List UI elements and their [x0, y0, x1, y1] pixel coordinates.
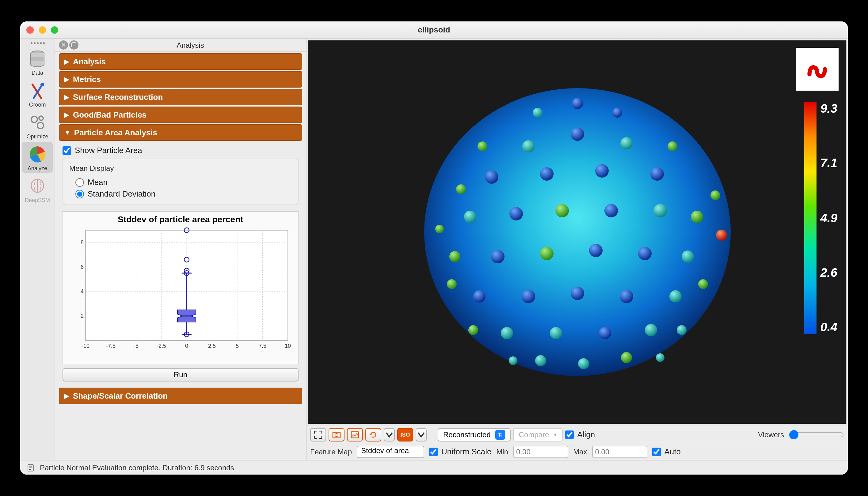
section-particle-area-analysis[interactable]: ▼Particle Area Analysis: [59, 124, 302, 141]
section-label: Particle Area Analysis: [74, 128, 157, 137]
svg-point-50: [540, 167, 553, 181]
svg-point-88: [468, 325, 478, 335]
svg-point-69: [619, 290, 633, 303]
rail-data[interactable]: Data: [22, 47, 53, 77]
view-mode-select[interactable]: Reconstructed ⇅: [438, 428, 511, 441]
svg-point-67: [521, 290, 535, 303]
cb-label: 9.3: [820, 102, 837, 116]
window-title: ellipsoid: [418, 25, 450, 34]
section-surface-reconstruction[interactable]: ▶Surface Reconstruction: [59, 89, 302, 105]
svg-point-47: [522, 140, 534, 153]
panel-body: ▶Analysis ▶Metrics ▶Surface Reconstructi…: [55, 52, 306, 460]
run-button[interactable]: Run: [62, 368, 299, 382]
section-label: Metrics: [73, 75, 101, 84]
svg-point-75: [535, 355, 546, 366]
svg-point-90: [508, 356, 517, 365]
chevron-right-icon: ▶: [64, 392, 69, 399]
rail-label: Optimize: [26, 134, 48, 140]
viewers-slider[interactable]: [789, 430, 844, 439]
min-input[interactable]: [513, 446, 568, 458]
gears-icon: [28, 113, 47, 132]
dropdown-button-2[interactable]: [416, 428, 426, 441]
chevron-right-icon: ▶: [64, 94, 69, 100]
panel-header: ✕ ❐ Analysis: [55, 38, 306, 52]
svg-point-54: [509, 207, 523, 220]
max-input[interactable]: [592, 446, 647, 458]
checkbox-label: Auto: [664, 447, 681, 456]
brain-icon: [28, 176, 47, 196]
checkbox-input[interactable]: [652, 447, 660, 456]
svg-point-78: [572, 98, 583, 109]
app-window: ellipsoid Data Groom Optimize: [20, 21, 848, 475]
screenshot-button[interactable]: [329, 428, 344, 441]
rail-deepssm[interactable]: DeepSSM: [22, 174, 53, 204]
zoom-icon[interactable]: [51, 26, 58, 33]
minimize-icon[interactable]: [39, 26, 46, 33]
detach-panel-icon[interactable]: ❐: [69, 41, 78, 50]
svg-text:-2.5: -2.5: [156, 343, 166, 349]
rail-label: Data: [32, 70, 43, 76]
dropdown-button-1[interactable]: [384, 428, 395, 441]
svg-point-81: [667, 141, 677, 151]
svg-point-6: [39, 116, 43, 120]
section-metrics[interactable]: ▶Metrics: [59, 71, 302, 88]
iso-button[interactable]: ISO: [397, 428, 413, 441]
align-checkbox[interactable]: Align: [565, 430, 595, 439]
svg-text:6: 6: [80, 264, 84, 270]
radio-label: Mean: [88, 177, 108, 187]
image-button[interactable]: [347, 428, 363, 441]
svg-point-85: [456, 184, 466, 194]
checkbox-label: Align: [577, 430, 595, 439]
render-canvas[interactable]: 9.3 7.1 4.9 2.6 0.4: [308, 40, 847, 424]
svg-point-77: [620, 352, 632, 363]
section-label: Surface Reconstruction: [73, 92, 163, 102]
radio-input[interactable]: [75, 178, 84, 186]
checkbox-input[interactable]: [565, 430, 573, 439]
checkbox-input[interactable]: [62, 146, 71, 155]
feature-map-select[interactable]: Stddev of area: [357, 446, 424, 458]
svg-point-51: [595, 164, 609, 177]
titlebar: ellipsoid: [20, 21, 848, 38]
checkbox-input[interactable]: [429, 447, 438, 456]
chevron-right-icon: ▶: [64, 76, 69, 83]
auto-checkbox[interactable]: Auto: [652, 447, 681, 456]
section-label: Analysis: [73, 57, 106, 66]
chart-title: Stddev of particle area percent: [63, 212, 298, 224]
feature-map-label: Feature Map: [310, 447, 352, 456]
show-particle-area-checkbox[interactable]: Show Particle Area: [62, 146, 299, 155]
viewer-toolbar-2: Feature Map Stddev of area Uniform Scale…: [306, 443, 848, 460]
viewer-pane: 9.3 7.1 4.9 2.6 0.4 ISO Rec: [306, 38, 848, 460]
section-analysis[interactable]: ▶Analysis: [59, 53, 302, 70]
rail-analyze[interactable]: Analyze: [22, 142, 53, 173]
uniform-scale-checkbox[interactable]: Uniform Scale: [429, 447, 491, 456]
tools-icon: [28, 81, 47, 100]
rail-groom[interactable]: Groom: [22, 78, 53, 109]
radio-label: Standard Deviation: [88, 189, 155, 198]
svg-point-84: [710, 190, 720, 200]
svg-point-87: [447, 279, 457, 289]
colorbar: 9.3 7.1 4.9 2.6 0.4: [804, 102, 837, 334]
select-value: Compare: [519, 430, 549, 439]
radio-std[interactable]: Standard Deviation: [69, 188, 292, 200]
section-shape-scalar-correlation[interactable]: ▶Shape/Scalar Correlation: [59, 388, 302, 404]
radio-input[interactable]: [75, 189, 84, 198]
min-label: Min: [496, 447, 508, 456]
fit-view-button[interactable]: [310, 428, 326, 441]
rail-label: DeepSSM: [25, 197, 50, 203]
section-good-bad-particles[interactable]: ▶Good/Bad Particles: [59, 107, 302, 123]
compare-select[interactable]: Compare ▾: [513, 428, 563, 441]
radio-mean[interactable]: Mean: [69, 176, 292, 188]
ellipsoid-render: [418, 73, 736, 391]
close-panel-icon[interactable]: ✕: [59, 41, 68, 50]
rail-optimize[interactable]: Optimize: [22, 110, 53, 141]
svg-text:-5: -5: [134, 343, 138, 349]
svg-text:-7.5: -7.5: [106, 343, 116, 349]
chevron-right-icon: ▶: [64, 111, 69, 118]
svg-point-91: [656, 353, 664, 362]
svg-point-48: [620, 137, 632, 150]
status-message: Particle Normal Evaluation complete. Dur…: [40, 463, 234, 472]
close-icon[interactable]: [26, 26, 34, 33]
svg-point-83: [435, 225, 444, 233]
statusbar: Particle Normal Evaluation complete. Dur…: [20, 460, 848, 475]
reload-button[interactable]: [365, 428, 381, 441]
